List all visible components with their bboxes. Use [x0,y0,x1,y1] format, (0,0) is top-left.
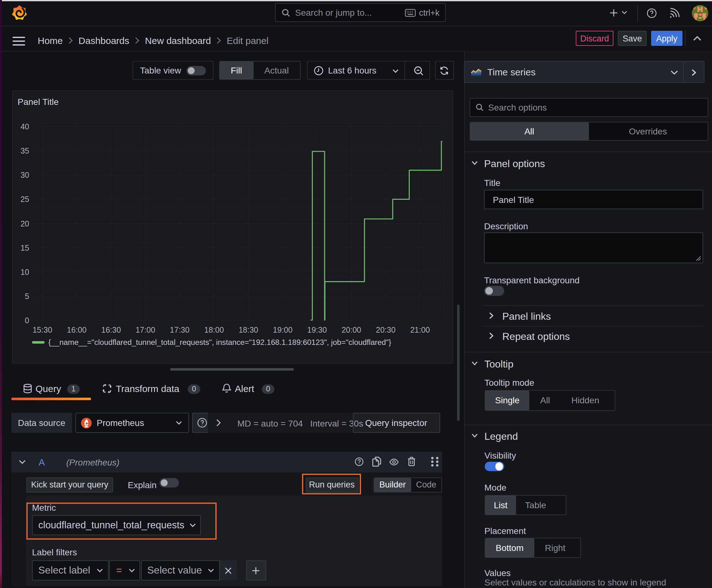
svg-text:30: 30 [20,171,29,180]
svg-text:35: 35 [20,146,29,155]
svg-text:15:30: 15:30 [33,326,52,334]
svg-text:25: 25 [20,195,29,204]
svg-text:40: 40 [20,122,29,131]
svg-text:15: 15 [20,244,29,252]
svg-text:17:00: 17:00 [136,326,155,334]
svg-text:10: 10 [20,268,29,276]
svg-text:5: 5 [25,292,29,300]
svg-text:20: 20 [20,219,29,228]
svg-text:19:00: 19:00 [273,326,293,334]
svg-text:18:30: 18:30 [239,326,258,334]
svg-text:18:00: 18:00 [204,326,224,334]
svg-text:19:30: 19:30 [307,326,327,334]
svg-text:21:00: 21:00 [410,326,430,334]
svg-text:20:30: 20:30 [376,326,395,334]
svg-text:17:30: 17:30 [170,326,190,334]
svg-text:16:00: 16:00 [67,326,87,334]
svg-text:0: 0 [25,316,29,325]
svg-text:16:30: 16:30 [102,326,121,334]
svg-text:20:00: 20:00 [342,326,361,334]
